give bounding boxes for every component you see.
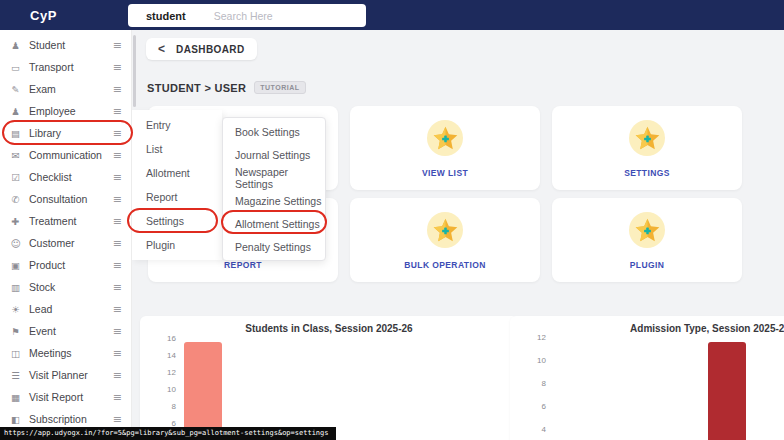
drag-handle-icon[interactable]: ≡ — [113, 193, 122, 206]
drag-handle-icon[interactable]: ≡ — [113, 39, 122, 52]
event-icon: ⚑ — [9, 326, 22, 337]
drag-handle-icon[interactable]: ≡ — [113, 237, 122, 250]
drag-handle-icon[interactable]: ≡ — [113, 215, 122, 228]
sidebar-item-product[interactable]: ▣ Product ≡ — [0, 254, 131, 276]
star-icon — [427, 120, 463, 156]
sidebar-item-library[interactable]: ▤ Library ≡ — [0, 122, 131, 144]
settings-flyout-item-allotment-settings[interactable]: Allotment Settings — [223, 212, 325, 235]
chart-title: Admission Type, Session 2025-26 — [510, 323, 784, 334]
drag-handle-icon[interactable]: ≡ — [113, 347, 122, 360]
dashboard-card-bulk-operation[interactable]: BULK OPERATION — [350, 198, 540, 282]
card-label: SETTINGS — [624, 168, 670, 178]
library-menu-item-allotment[interactable]: Allotment — [132, 161, 222, 185]
drag-handle-icon[interactable]: ≡ — [113, 149, 122, 162]
status-url-bar: https://app.udyogx.in/?for=5&pg=library&… — [0, 427, 336, 440]
back-button-label: DASHBOARD — [176, 44, 245, 55]
card-label: BULK OPERATION — [404, 260, 485, 270]
sidebar-item-label: Product — [29, 259, 113, 271]
drag-handle-icon[interactable]: ≡ — [113, 171, 122, 184]
dashboard-card-settings[interactable]: SETTINGS — [552, 106, 742, 190]
sidebar-item-visit-planner[interactable]: ☰ Visit Planner ≡ — [0, 364, 131, 386]
drag-handle-icon[interactable]: ≡ — [113, 105, 122, 118]
library-menu-item-list[interactable]: List — [132, 137, 222, 161]
library-menu-item-entry[interactable]: Entry — [132, 113, 222, 137]
student-icon: ♟ — [9, 40, 22, 51]
sidebar-item-exam[interactable]: ✎ Exam ≡ — [0, 78, 131, 100]
y-tick-label: 8 — [154, 398, 176, 415]
sidebar-item-label: Transport — [29, 61, 113, 73]
sidebar-item-treatment[interactable]: ✚ Treatment ≡ — [0, 210, 131, 232]
search-module-tab[interactable]: student — [146, 10, 186, 22]
communication-icon: ✉ — [9, 150, 22, 161]
y-tick-label: 12 — [524, 326, 546, 349]
drag-handle-icon[interactable]: ≡ — [113, 127, 122, 140]
sidebar-item-lead[interactable]: ☀ Lead ≡ — [0, 298, 131, 320]
sidebar-item-customer[interactable]: ☺ Customer ≡ — [0, 232, 131, 254]
sidebar-item-transport[interactable]: ▭ Transport ≡ — [0, 56, 131, 78]
settings-flyout-item-magazine-settings[interactable]: Magazine Settings — [223, 189, 325, 212]
drag-handle-icon[interactable]: ≡ — [113, 259, 122, 272]
subscription-icon: ◧ — [9, 414, 22, 425]
settings-flyout-item-journal-settings[interactable]: Journal Settings — [223, 143, 325, 166]
sidebar-item-meetings[interactable]: ◫ Meetings ≡ — [0, 342, 131, 364]
y-tick-label: 16 — [154, 330, 176, 347]
sidebar-item-consultation[interactable]: ✆ Consultation ≡ — [0, 188, 131, 210]
library-menu-item-report[interactable]: Report — [132, 185, 222, 209]
sidebar-item-communication[interactable]: ✉ Communication ≡ — [0, 144, 131, 166]
y-tick-label: 4 — [524, 418, 546, 440]
y-tick-label: 8 — [524, 372, 546, 395]
sidebar-scrollbar[interactable] — [133, 35, 136, 107]
drag-handle-icon[interactable]: ≡ — [113, 413, 122, 426]
sidebar-item-student[interactable]: ♟ Student ≡ — [0, 34, 131, 56]
sidebar-item-label: Customer — [29, 237, 113, 249]
library-menu-item-settings[interactable]: Settings — [132, 209, 222, 233]
lead-icon: ☀ — [9, 304, 22, 315]
drag-handle-icon[interactable]: ≡ — [113, 391, 122, 404]
sidebar-item-event[interactable]: ⚑ Event ≡ — [0, 320, 131, 342]
settings-flyout: Book Settings Journal Settings Newspaper… — [222, 117, 326, 261]
drag-handle-icon[interactable]: ≡ — [113, 369, 122, 382]
drag-handle-icon[interactable]: ≡ — [113, 61, 122, 74]
settings-flyout-item-penalty-settings[interactable]: Penalty Settings — [223, 235, 325, 258]
drag-handle-icon[interactable]: ≡ — [113, 83, 122, 96]
card-label: VIEW LIST — [422, 168, 468, 178]
search-input[interactable]: Search Here — [214, 10, 273, 22]
star-icon — [629, 120, 665, 156]
card-label: REPORT — [224, 260, 262, 270]
consultation-icon: ✆ — [9, 194, 22, 205]
customer-icon: ☺ — [9, 238, 22, 249]
drag-handle-icon[interactable]: ≡ — [113, 325, 122, 338]
sidebar-item-stock[interactable]: ▥ Stock ≡ — [0, 276, 131, 298]
sidebar-item-label: Subscription — [29, 413, 113, 425]
tutorial-badge[interactable]: TUTORIAL — [254, 81, 305, 94]
sidebar-item-employee[interactable]: ♟ Employee ≡ — [0, 100, 131, 122]
back-button[interactable]: < DASHBOARD — [146, 38, 257, 60]
y-tick-label: 10 — [154, 381, 176, 398]
stock-icon: ▥ — [9, 282, 22, 293]
top-header: CyP — [0, 0, 784, 30]
transport-icon: ▭ — [9, 62, 22, 73]
y-tick-label: 12 — [154, 364, 176, 381]
employee-icon: ♟ — [9, 106, 22, 117]
drag-handle-icon[interactable]: ≡ — [113, 303, 122, 316]
sidebar-item-label: Employee — [29, 105, 113, 117]
sidebar-item-visit-report[interactable]: ▦ Visit Report ≡ — [0, 386, 131, 408]
dashboard-card-plugin[interactable]: PLUGIN — [552, 198, 742, 282]
search-bar[interactable]: student Search Here — [128, 4, 366, 27]
sidebar-item-label: Visit Report — [29, 391, 113, 403]
product-icon: ▣ — [9, 260, 22, 271]
settings-flyout-item-newspaper-settings[interactable]: Newspaper Settings — [223, 166, 325, 189]
visit-planner-icon: ☰ — [9, 370, 22, 381]
sidebar-item-checklist[interactable]: ☑ Checklist ≡ — [0, 166, 131, 188]
library-menu-item-plugin[interactable]: Plugin — [132, 233, 222, 257]
dashboard-card-view-list[interactable]: VIEW LIST — [350, 106, 540, 190]
app-logo: CyP — [30, 8, 57, 23]
visit-report-icon: ▦ — [9, 392, 22, 403]
sidebar: ♟ Student ≡ ▭ Transport ≡ ✎ Exam ≡ ♟ Emp… — [0, 30, 132, 440]
settings-flyout-item-book-settings[interactable]: Book Settings — [223, 120, 325, 143]
sidebar-item-label: Event — [29, 325, 113, 337]
sidebar-item-label: Visit Planner — [29, 369, 113, 381]
treatment-icon: ✚ — [9, 216, 22, 227]
sidebar-item-label: Communication — [29, 149, 113, 161]
drag-handle-icon[interactable]: ≡ — [113, 281, 122, 294]
